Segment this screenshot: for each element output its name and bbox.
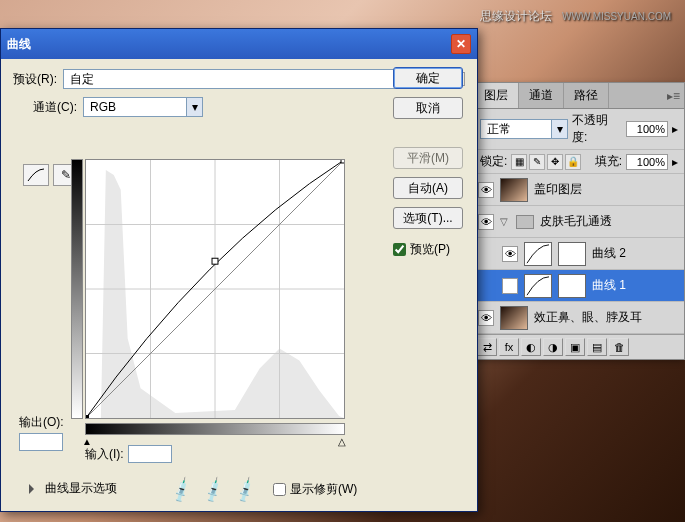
curves-dialog: 曲线 ✕ 预设(R): 自定 ▾ 通道(C): RGB ▾ ✎ 输出(O) [0,28,478,512]
svg-rect-7 [212,258,218,264]
preset-value: 自定 [64,71,428,88]
visibility-icon[interactable]: 👁 [478,214,494,230]
preset-select[interactable]: 自定 ▾ [63,69,445,89]
layer-label: 效正鼻、眼、脖及耳 [534,309,642,326]
group-toggle-icon[interactable]: ▽ [500,216,510,227]
layer-curves2[interactable]: 👁 曲线 2 [474,238,684,270]
layer-list: 👁 盖印图层 👁 ▽ 皮肤毛孔通透 👁 曲线 2 👁 曲线 1 👁 效正鼻、眼、… [474,174,684,334]
preview-label: 预览(P) [410,241,450,258]
layer-label: 盖印图层 [534,181,582,198]
group-icon[interactable]: ▣ [565,338,585,356]
panel-footer: ⇄ fx ◐ ◑ ▣ ▤ 🗑 [474,334,684,359]
output-label: 输出(O): [19,414,64,431]
lock-transparency-icon[interactable]: ▦ [511,154,527,170]
opacity-arrow-icon[interactable]: ▸ [672,122,678,136]
preview-input[interactable] [393,243,406,256]
layer-thumb [500,306,528,330]
preset-label: 预设(R): [13,71,57,88]
layer-fx[interactable]: 👁 效正鼻、眼、脖及耳 [474,302,684,334]
layer-curves1[interactable]: 👁 曲线 1 [474,270,684,302]
adjustment-thumb [524,274,552,298]
watermark-text: 思缘设计论坛 [480,9,552,23]
svg-rect-6 [86,415,89,418]
black-eyedropper[interactable]: 💉 [167,475,197,505]
watermark: 思缘设计论坛 WWW.MISSYUAN.COM [480,8,671,25]
opacity-label: 不透明度: [572,112,622,146]
display-options-label: 曲线显示选项 [45,480,117,497]
black-point-slider[interactable]: ▲ [82,436,92,447]
dialog-title: 曲线 [7,36,31,53]
auto-button[interactable]: 自动(A) [393,177,463,199]
white-point-slider[interactable]: △ [338,436,346,447]
layer-stamp[interactable]: 👁 盖印图层 [474,174,684,206]
visibility-icon[interactable]: 👁 [502,278,518,294]
output-section: 输出(O): [19,414,64,451]
lock-label: 锁定: [480,153,507,170]
preview-checkbox[interactable]: 预览(P) [393,241,463,258]
curve-line[interactable] [86,160,344,418]
show-clipping-checkbox[interactable]: 显示修剪(W) [273,481,357,498]
lock-all-icon[interactable]: 🔒 [565,154,581,170]
channel-label: 通道(C): [33,99,77,116]
folder-icon [516,215,534,229]
fill-input[interactable] [626,154,668,170]
white-eyedropper[interactable]: 💉 [231,475,261,505]
blend-mode-value: 正常 [481,121,551,138]
gray-eyedropper[interactable]: 💉 [199,475,229,505]
new-layer-icon[interactable]: ▤ [587,338,607,356]
smooth-button: 平滑(M) [393,147,463,169]
chevron-down-icon: ▾ [186,98,202,116]
lock-brush-icon[interactable]: ✎ [529,154,545,170]
mask-icon[interactable]: ◐ [521,338,541,356]
expand-icon [29,484,39,494]
lock-row: 锁定: ▦ ✎ ✥ 🔒 填充: ▸ [474,150,684,174]
layer-thumb [500,178,528,202]
clipping-input[interactable] [273,483,286,496]
output-gradient [71,159,83,419]
tab-channels[interactable]: 通道 [519,83,564,108]
input-gradient[interactable]: ▲ △ [85,423,345,435]
layer-label: 皮肤毛孔通透 [540,213,612,230]
curve-point-tool[interactable] [23,164,49,186]
blend-mode-select[interactable]: 正常▾ [480,119,568,139]
opacity-input[interactable] [626,121,668,137]
layer-group[interactable]: 👁 ▽ 皮肤毛孔通透 [474,206,684,238]
channel-value: RGB [84,100,186,114]
lock-icons: ▦ ✎ ✥ 🔒 [511,154,581,170]
visibility-icon[interactable]: 👁 [478,310,494,326]
lock-move-icon[interactable]: ✥ [547,154,563,170]
fx-icon[interactable]: fx [499,338,519,356]
titlebar[interactable]: 曲线 ✕ [1,29,477,59]
tab-paths[interactable]: 路径 [564,83,609,108]
curve-area: ▲ △ 输入(I): [85,159,365,463]
watermark-url: WWW.MISSYUAN.COM [562,11,671,22]
cancel-button[interactable]: 取消 [393,97,463,119]
channel-select[interactable]: RGB ▾ [83,97,203,117]
layer-label: 曲线 1 [592,277,626,294]
ok-button[interactable]: 确定 [393,67,463,89]
eyedroppers: 💉 💉 💉 [171,479,257,501]
output-field[interactable] [19,433,63,451]
options-button[interactable]: 选项(T)... [393,207,463,229]
close-button[interactable]: ✕ [451,34,471,54]
link-icon[interactable]: ⇄ [477,338,497,356]
layer-label: 曲线 2 [592,245,626,262]
adjustment-icon[interactable]: ◑ [543,338,563,356]
svg-rect-8 [341,160,344,163]
mask-thumb [558,242,586,266]
fill-arrow-icon[interactable]: ▸ [672,155,678,169]
clipping-label: 显示修剪(W) [290,481,357,498]
chevron-down-icon: ▾ [551,120,567,138]
layers-panel: 图层 通道 路径 ▸≡ 正常▾ 不透明度: ▸ 锁定: ▦ ✎ ✥ 🔒 填充: … [473,82,685,360]
curve-grid[interactable] [85,159,345,419]
tab-layers[interactable]: 图层 [474,83,519,108]
input-field[interactable] [128,445,172,463]
panel-menu-icon[interactable]: ▸≡ [663,89,684,103]
visibility-icon[interactable]: 👁 [502,246,518,262]
trash-icon[interactable]: 🗑 [609,338,629,356]
visibility-icon[interactable]: 👁 [478,182,494,198]
display-options-expander[interactable]: 曲线显示选项 [29,480,117,497]
adjustment-thumb [524,242,552,266]
dialog-buttons: 确定 取消 平滑(M) 自动(A) 选项(T)... 预览(P) [393,67,463,258]
mask-thumb [558,274,586,298]
